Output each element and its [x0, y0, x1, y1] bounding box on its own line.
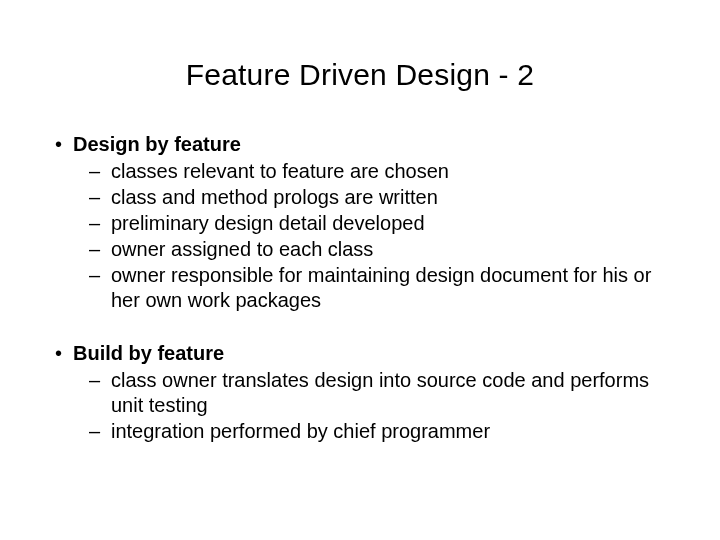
sub-list: classes relevant to feature are chosen c… — [73, 159, 665, 313]
list-item: owner responsible for maintaining design… — [111, 263, 665, 313]
slide-title: Feature Driven Design - 2 — [55, 58, 665, 92]
list-item: owner assigned to each class — [111, 237, 665, 262]
bullet-list: Design by feature classes relevant to fe… — [55, 132, 665, 444]
slide: Feature Driven Design - 2 Design by feat… — [0, 0, 720, 540]
list-item: class and method prologs are written — [111, 185, 665, 210]
list-item: preliminary design detail developed — [111, 211, 665, 236]
slide-content: Design by feature classes relevant to fe… — [55, 132, 665, 444]
sub-list: class owner translates design into sourc… — [73, 368, 665, 444]
section-build-by-feature: Build by feature class owner translates … — [73, 341, 665, 444]
list-item: classes relevant to feature are chosen — [111, 159, 665, 184]
list-item: integration performed by chief programme… — [111, 419, 665, 444]
section-heading: Build by feature — [73, 342, 224, 364]
section-heading: Design by feature — [73, 133, 241, 155]
list-item: class owner translates design into sourc… — [111, 368, 665, 418]
section-design-by-feature: Design by feature classes relevant to fe… — [73, 132, 665, 313]
